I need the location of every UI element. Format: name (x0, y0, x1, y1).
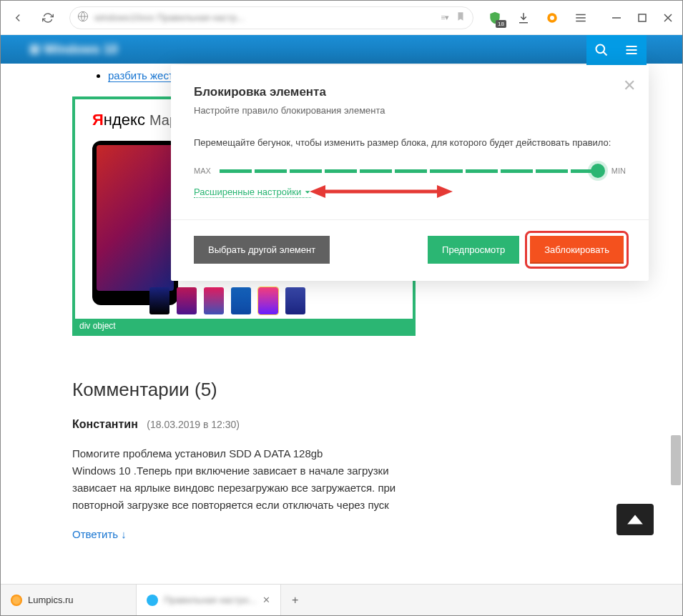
minimize-button[interactable] (611, 12, 622, 24)
comment-body: Помогите проблема установил SDD A DATA 1… (72, 445, 430, 514)
maximize-button[interactable] (637, 12, 648, 24)
thumb[interactable] (177, 287, 197, 314)
menu-header-icon[interactable] (616, 35, 647, 65)
url-text: windows10xxx Правильная настр... (94, 12, 245, 23)
favicon (11, 595, 22, 606)
close-tab-icon[interactable]: ✕ (262, 595, 270, 605)
comment-author: Константин (72, 418, 138, 430)
search-header-icon[interactable] (586, 35, 616, 65)
vertical-scrollbar[interactable] (671, 435, 681, 485)
comment: Константин (18.03.2019 в 12:30) Помогите… (72, 418, 611, 541)
thumb[interactable] (149, 287, 169, 314)
bookmark-icon[interactable] (456, 11, 466, 24)
slider-min-label: MIN (611, 167, 626, 175)
tab-lumpics[interactable]: Lumpics.ru (1, 585, 137, 615)
thumb[interactable] (231, 287, 251, 314)
dialog-title: Блокировка элемента (194, 85, 626, 99)
arrow-annotation (310, 183, 453, 200)
block-button-highlight: Заблокировать (525, 231, 629, 269)
thumb[interactable] (204, 287, 224, 314)
svg-marker-7 (310, 185, 325, 198)
close-icon[interactable]: ✕ (623, 76, 636, 95)
thumb-selected[interactable] (258, 287, 278, 314)
dialog-instruction: Перемещайте бегунок, чтобы изменить разм… (194, 137, 626, 148)
new-tab-button[interactable]: + (281, 585, 310, 615)
download-icon[interactable] (515, 9, 532, 26)
site-title: ⊞ Windows 10 (29, 41, 118, 57)
toolbar-icons: 18 (486, 9, 589, 26)
reload-button[interactable] (39, 9, 56, 26)
slider-max-label: MAX (194, 167, 211, 175)
block-button[interactable]: Заблокировать (530, 236, 624, 264)
comments-section: Комментарии (5) Константин (18.03.2019 в… (72, 379, 611, 541)
favicon (147, 595, 158, 606)
reply-link[interactable]: Ответить ↓ (72, 528, 127, 540)
dialog-buttons: Выбрать другой элемент Предпросмотр Забл… (171, 219, 649, 281)
svg-marker-8 (437, 185, 453, 198)
browser-toolbar: windows10xxx Правильная настр... ≡▾ 18 (1, 1, 682, 35)
svg-rect-4 (639, 14, 646, 21)
back-button[interactable] (9, 9, 26, 26)
svg-point-2 (550, 16, 554, 20)
slider-thumb[interactable] (591, 164, 605, 178)
shield-badge: 18 (496, 20, 506, 28)
tab-label: Правильная настро... (164, 595, 257, 605)
thumb[interactable] (285, 287, 305, 314)
preview-button[interactable]: Предпросмотр (428, 236, 519, 264)
globe-icon (77, 11, 89, 25)
menu-icon[interactable] (572, 9, 589, 26)
address-bar[interactable]: windows10xxx Правильная настр... ≡▾ (69, 6, 473, 29)
reader-icon[interactable]: ≡▾ (441, 13, 448, 22)
tab-label: Lumpics.ru (28, 595, 74, 605)
product-image (92, 141, 178, 305)
shield-icon[interactable]: 18 (486, 9, 503, 26)
svg-point-5 (596, 45, 605, 54)
close-button[interactable] (662, 12, 674, 24)
select-other-button[interactable]: Выбрать другой элемент (194, 236, 330, 264)
yandex-logo: Яндекс (92, 111, 145, 129)
window-controls (611, 12, 674, 24)
size-slider[interactable]: MAX MIN (194, 164, 626, 178)
scroll-to-top-button[interactable] (616, 504, 654, 535)
slider-track[interactable] (220, 164, 603, 178)
tab-bar: Lumpics.ru Правильная настро... ✕ + (1, 584, 682, 615)
thumbnails (132, 282, 323, 320)
dialog-subtitle: Настройте правило блокирования элемента (194, 105, 626, 116)
comment-date: (18.03.2019 в 12:30) (147, 419, 240, 430)
advanced-settings-link[interactable]: Расширенные настройки (194, 187, 311, 198)
comments-heading: Комментарии (5) (72, 379, 611, 401)
tab-active[interactable]: Правильная настро... ✕ (137, 585, 281, 615)
block-element-dialog: ✕ Блокировка элемента Настройте правило … (171, 65, 649, 281)
extension-icon[interactable] (544, 9, 561, 26)
site-header: ⊞ Windows 10 (1, 35, 682, 64)
selector-label: div object (75, 319, 413, 333)
